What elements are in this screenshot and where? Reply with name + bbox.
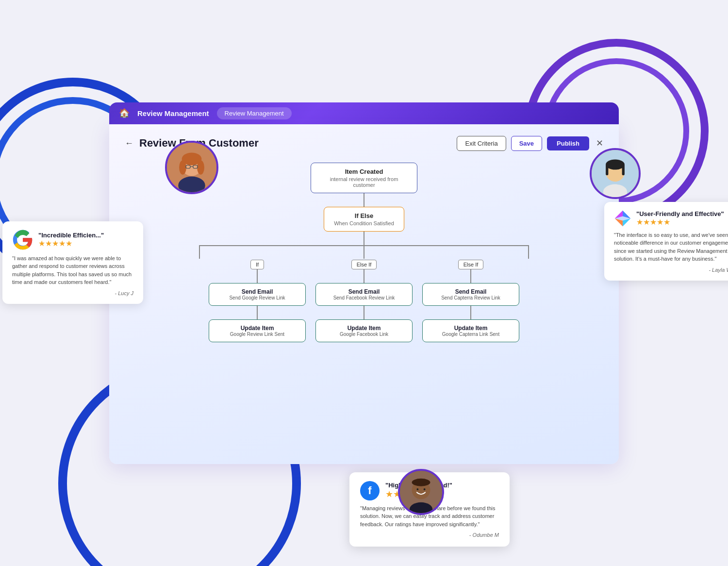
svg-point-25 bbox=[412, 479, 430, 486]
review-right-header: "User-Friendly and Effective" ★★★★★ bbox=[614, 210, 728, 227]
connector-to-hline bbox=[364, 232, 364, 245]
branch-down-2 bbox=[364, 269, 364, 283]
branch-label-1: If bbox=[250, 260, 264, 269]
update-item-sub-2: Google Facebook Link bbox=[323, 332, 405, 337]
avatar-asian-woman-icon bbox=[592, 150, 639, 197]
send-email-node-2[interactable]: Send Email Send Facebook Review Link bbox=[315, 283, 413, 306]
svg-rect-18 bbox=[606, 165, 608, 175]
save-button[interactable]: Save bbox=[511, 136, 542, 151]
close-button[interactable]: ✕ bbox=[596, 138, 603, 149]
send-email-node-3[interactable]: Send Email Send Capterra Review Link bbox=[422, 283, 519, 306]
branch-col-1: If Send Email Send Google Review Link Up… bbox=[209, 260, 306, 342]
google-logo-icon bbox=[12, 229, 33, 250]
review-right-title-block: "User-Friendly and Effective" ★★★★★ bbox=[636, 210, 724, 227]
branch-down-1 bbox=[257, 269, 258, 283]
svg-point-17 bbox=[606, 159, 625, 169]
svg-point-10 bbox=[197, 160, 204, 175]
svg-point-23 bbox=[416, 488, 418, 490]
branch-label-3: Else If bbox=[458, 260, 484, 269]
connector-1 bbox=[364, 193, 364, 207]
node-if-else-sub: When Condition Satisfied bbox=[334, 220, 394, 226]
update-item-sub-3: Google Capterra Link Sent bbox=[430, 332, 512, 337]
connector-2-1 bbox=[257, 306, 258, 319]
review-left-quote: "Incredible Efficien..." bbox=[38, 232, 104, 239]
prismatic-logo-icon bbox=[614, 210, 631, 227]
svg-point-24 bbox=[424, 488, 426, 490]
node-item-created: Item Created internal review received fr… bbox=[311, 163, 417, 193]
app-header-bar: 🏠 Review Management Review Management bbox=[109, 102, 619, 124]
update-item-node-3[interactable]: Update Item Google Capterra Link Sent bbox=[422, 319, 519, 342]
review-left-header: "Incredible Efficien..." ★★★★★ bbox=[12, 229, 133, 250]
update-item-node-1[interactable]: Update Item Google Review Link Sent bbox=[209, 319, 306, 342]
avatar-bottom-center bbox=[398, 469, 444, 515]
svg-point-9 bbox=[179, 160, 186, 175]
avatar-top-right bbox=[590, 148, 641, 199]
node-item-created-sub: internal review received from customer bbox=[321, 176, 407, 188]
send-email-node-1[interactable]: Send Email Send Google Review Link bbox=[209, 283, 306, 306]
node-item-created-title: Item Created bbox=[321, 168, 407, 175]
branch-drop-right bbox=[528, 245, 529, 259]
update-item-title-3: Update Item bbox=[430, 325, 512, 332]
connector-2-3 bbox=[470, 306, 471, 319]
app-header-title: Review Management bbox=[137, 109, 209, 117]
branches-container: If Send Email Send Google Review Link Up… bbox=[194, 260, 534, 342]
send-email-sub-2: Send Facebook Review Link bbox=[323, 295, 405, 300]
connector-2-2 bbox=[364, 306, 364, 319]
update-item-sub-1: Google Review Link Sent bbox=[216, 332, 298, 337]
home-icon[interactable]: 🏠 bbox=[119, 108, 130, 118]
node-if-else-title: If Else bbox=[334, 212, 394, 219]
branch-drop-center bbox=[364, 245, 364, 259]
exit-criteria-button[interactable]: Exit Criteria bbox=[457, 136, 506, 151]
branch-label-2: Else If bbox=[351, 260, 377, 269]
review-right-quote: "User-Friendly and Effective" bbox=[636, 210, 724, 217]
review-left-title-block: "Incredible Efficien..." ★★★★★ bbox=[38, 232, 104, 248]
avatar-woman-icon bbox=[167, 143, 216, 192]
toolbar-right: Exit Criteria Save Publish ✕ bbox=[457, 136, 603, 151]
update-item-title-2: Update Item bbox=[323, 325, 405, 332]
avatar-man-icon bbox=[400, 471, 442, 513]
review-left-stars: ★★★★★ bbox=[38, 239, 104, 248]
review-left-author: - Lucy J bbox=[12, 290, 133, 296]
node-if-else: If Else When Condition Satisfied bbox=[324, 207, 404, 232]
branch-col-3: Else If Send Email Send Capterra Review … bbox=[422, 260, 519, 342]
send-email-title-3: Send Email bbox=[430, 288, 512, 295]
branch-down-3 bbox=[470, 269, 471, 283]
update-item-node-2[interactable]: Update Item Google Facebook Link bbox=[315, 319, 413, 342]
branch-col-2: Else If Send Email Send Facebook Review … bbox=[315, 260, 413, 342]
review-right-stars: ★★★★★ bbox=[636, 217, 724, 227]
send-email-sub-1: Send Google Review Link bbox=[216, 295, 298, 300]
review-left-text: "I was amazed at how quickly we were abl… bbox=[12, 254, 133, 286]
app-tab[interactable]: Review Management bbox=[217, 107, 292, 119]
back-button[interactable]: ← bbox=[125, 138, 133, 149]
publish-button[interactable]: Publish bbox=[547, 136, 589, 150]
send-email-title-2: Send Email bbox=[323, 288, 405, 295]
update-item-title-1: Update Item bbox=[216, 325, 298, 332]
review-right-author: - Layla Wang bbox=[614, 267, 728, 273]
avatar-top-left bbox=[165, 141, 218, 194]
facebook-logo-icon: f bbox=[360, 481, 380, 500]
svg-rect-19 bbox=[622, 165, 625, 175]
send-email-title-1: Send Email bbox=[216, 288, 298, 295]
review-card-right: "User-Friendly and Effective" ★★★★★ "The… bbox=[604, 202, 728, 281]
branch-drop-left bbox=[199, 245, 200, 259]
review-card-left: "Incredible Efficien..." ★★★★★ "I was am… bbox=[2, 221, 143, 304]
branch-section: If Send Email Send Google Review Link Up… bbox=[194, 232, 534, 342]
h-connector-line bbox=[199, 245, 529, 246]
review-right-text: "The interface is so easy to use, and we… bbox=[614, 231, 728, 263]
send-email-sub-3: Send Capterra Review Link bbox=[430, 295, 512, 300]
review-bottom-author: - Odumbe M bbox=[360, 532, 499, 538]
